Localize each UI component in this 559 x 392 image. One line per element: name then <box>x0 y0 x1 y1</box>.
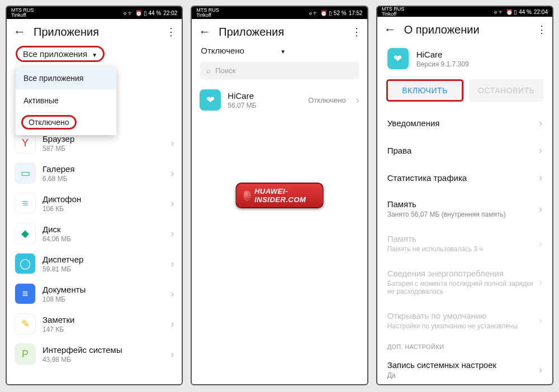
app-size: 108 МБ <box>42 295 164 303</box>
phone-screen-2: MTS RUS Tinkoff ⊘ ᯤ ⏰ ▯ 52 % 17:52 ← При… <box>191 6 368 385</box>
row-notifications[interactable]: Уведомления › <box>377 109 552 137</box>
row-system-write[interactable]: Запись системных настроек Да › <box>377 352 552 385</box>
dropdown-item-disabled[interactable]: Отключено <box>21 115 77 130</box>
action-buttons: ВКЛЮЧИТЬ ОСТАНОВИТЬ <box>377 75 552 106</box>
chevron-right-icon: › <box>170 137 174 149</box>
filter-label: Отключено <box>201 46 244 55</box>
app-name: Заметки <box>42 315 164 324</box>
app-icon: ▭ <box>15 162 36 184</box>
app-name: Диктофон <box>42 194 164 204</box>
app-icon: ≡ <box>15 283 36 304</box>
app-name: Галерея <box>42 164 164 174</box>
watermark: HUAWEI-INSIDER.COM <box>236 183 324 208</box>
app-row[interactable]: ≡Документы108 МБ› <box>7 279 182 309</box>
search-icon: ⌕ <box>206 66 211 75</box>
hicare-icon: ❤ <box>200 89 221 111</box>
more-icon[interactable]: ⋮ <box>352 26 361 38</box>
enable-button[interactable]: ВКЛЮЧИТЬ <box>386 79 464 102</box>
status-bar: MTS RUS Tinkoff ⊘ ᯤ ⏰ ▯ 44 % 22:04 <box>377 7 552 17</box>
chevron-right-icon: › <box>356 94 359 106</box>
back-icon[interactable]: ← <box>13 25 26 39</box>
app-icon: P <box>15 343 36 365</box>
status-bar: MTS RUS Tinkoff ⊘ ᯤ ⏰ ▯ 52 % 17:52 <box>192 7 367 19</box>
status-icons: ⊘ ᯤ ⏰ ▯ 44 % <box>124 10 161 16</box>
chevron-right-icon: › <box>170 348 174 360</box>
chevron-down-icon: ▼ <box>280 49 286 55</box>
dropdown-item-all[interactable]: Все приложения <box>16 67 116 89</box>
status-icons: ⊘ ᯤ ⏰ ▯ 52 % <box>309 10 347 16</box>
status-icons: ⊘ ᯤ ⏰ ▯ 44 % <box>494 9 532 15</box>
more-icon[interactable]: ⋮ <box>537 23 546 36</box>
chevron-right-icon: › <box>170 198 174 209</box>
chevron-right-icon: › <box>539 238 542 250</box>
row-traffic[interactable]: Статистика трафика › <box>377 164 552 192</box>
filter-dropdown[interactable]: Все приложения ▼ <box>7 42 182 66</box>
app-name: Интерфейс системы <box>42 345 164 355</box>
filter-dropdown-menu: Все приложения Активные Отключено <box>16 67 116 135</box>
app-name: HiCare <box>416 50 469 59</box>
watermark-text: HUAWEI-INSIDER.COM <box>254 187 315 204</box>
filter-dropdown[interactable]: Отключено ▼ <box>192 42 367 60</box>
phone-screen-1: MTS RUS Tinkoff ⊘ ᯤ ⏰ ▯ 44 % 22:02 ← При… <box>6 6 183 385</box>
header: ← Приложения ⋮ <box>192 19 367 42</box>
app-size: 147 КБ <box>42 326 164 333</box>
chevron-right-icon: › <box>539 117 542 129</box>
app-icon: ◯ <box>15 253 36 274</box>
row-memory-usage: Память Память не использовалась 3 ч › <box>377 226 552 261</box>
search-input[interactable]: ⌕ Поиск <box>200 62 359 79</box>
huawei-logo-icon <box>244 190 252 200</box>
status-time: 22:02 <box>163 10 177 16</box>
filter-label: Все приложения <box>23 49 87 59</box>
phone-screen-3: MTS RUS Tinkoff ⊘ ᯤ ⏰ ▯ 44 % 22:04 ← О п… <box>376 6 553 385</box>
app-size: 106 КБ <box>42 205 164 213</box>
app-row[interactable]: PИнтерфейс системы43,98 МБ› <box>7 339 182 369</box>
more-icon[interactable]: ⋮ <box>166 26 175 38</box>
row-default-open: Открывать по умолчанию Настройки по умол… <box>377 303 552 338</box>
status-bar: MTS RUS Tinkoff ⊘ ᯤ ⏰ ▯ 44 % 22:02 <box>7 7 182 19</box>
chevron-right-icon: › <box>539 364 542 376</box>
chevron-right-icon: › <box>539 315 542 327</box>
chevron-right-icon: › <box>539 145 542 156</box>
back-icon[interactable]: ← <box>384 22 396 37</box>
page-title: О приложении <box>404 23 529 36</box>
row-rights[interactable]: Права › <box>377 137 552 164</box>
chevron-right-icon: › <box>539 276 542 288</box>
page-title: Приложения <box>219 26 343 39</box>
app-size: 56,07 МБ <box>228 102 301 109</box>
chevron-right-icon: › <box>170 228 174 240</box>
header: ← О приложении ⋮ <box>377 17 552 40</box>
app-row[interactable]: ◆Диск64,06 МБ› <box>7 218 182 248</box>
app-detail-header: ❤ HiCare Версия 9.1.7.309 <box>377 40 552 75</box>
app-size: 43,98 МБ <box>42 356 164 364</box>
chevron-right-icon: › <box>170 258 174 270</box>
status-time: 17:52 <box>349 10 363 16</box>
app-icon: ✎ <box>15 313 36 334</box>
app-status: Отключено <box>308 96 345 104</box>
carrier-label-2: Tinkoff <box>382 12 405 17</box>
app-name: HiCare <box>228 91 301 101</box>
status-time: 22:04 <box>534 9 548 15</box>
app-row[interactable]: ▭Галерея6,68 МБ› <box>7 158 182 188</box>
app-size: 59,81 МБ <box>42 265 164 273</box>
chevron-right-icon: › <box>170 288 174 300</box>
app-name: Документы <box>42 285 164 294</box>
app-name: Диспетчер <box>42 255 164 264</box>
chevron-right-icon: › <box>170 318 174 330</box>
dropdown-item-active[interactable]: Активные <box>16 89 116 112</box>
app-version: Версия 9.1.7.309 <box>416 60 469 68</box>
carrier-label-2: Tinkoff <box>11 13 34 18</box>
back-icon[interactable]: ← <box>198 25 211 39</box>
app-row-hicare[interactable]: ❤ HiCare 56,07 МБ Отключено › <box>192 85 367 115</box>
page-title: Приложения <box>34 26 158 39</box>
app-name: Браузер <box>42 134 164 144</box>
app-row[interactable]: ◯Диспетчер59,81 МБ› <box>7 248 182 279</box>
app-row[interactable]: ≡Диктофон106 КБ› <box>7 188 182 218</box>
row-memory[interactable]: Память Занято 56,07 МБ (внутренняя памят… <box>377 192 552 226</box>
chevron-right-icon: › <box>170 168 174 179</box>
row-power: Сведения энергопотребления Батарея с мом… <box>377 261 552 303</box>
stop-button[interactable]: ОСТАНОВИТЬ <box>469 79 543 102</box>
app-size: 6,68 МБ <box>42 175 164 183</box>
app-icon: Y <box>15 132 36 154</box>
app-size: 587 МБ <box>42 145 164 152</box>
app-row[interactable]: ✎Заметки147 КБ› <box>7 309 182 339</box>
